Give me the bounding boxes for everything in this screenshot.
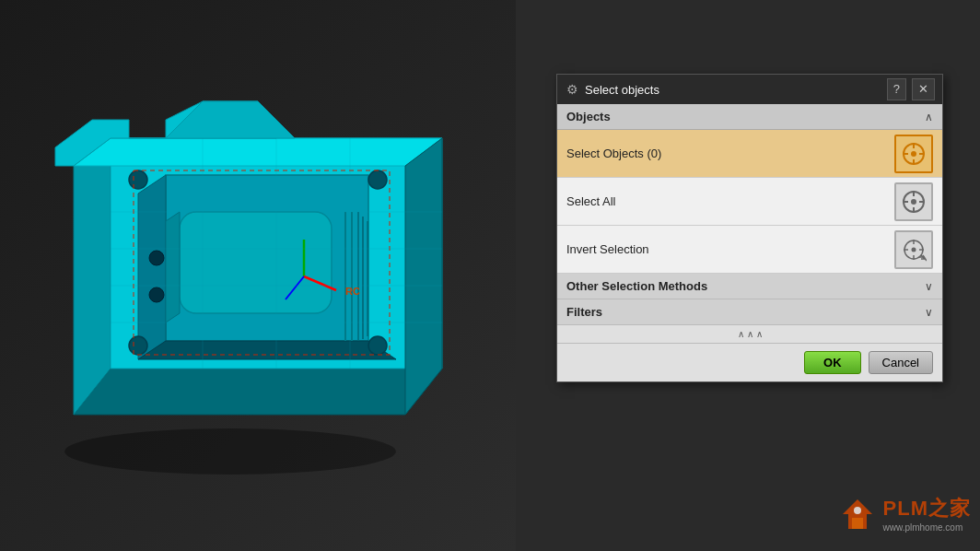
dialog-title: Select objects [585, 83, 881, 97]
svg-marker-4 [74, 138, 442, 166]
invert-selection-row[interactable]: Invert Selection [557, 226, 942, 274]
objects-chevron-icon: ∧ [925, 111, 933, 123]
svg-point-47 [911, 199, 916, 205]
svg-rect-58 [854, 507, 861, 514]
invert-selection-icon-btn[interactable] [894, 230, 933, 269]
cad-model-svg: RC [18, 28, 497, 507]
svg-marker-12 [166, 212, 180, 322]
svg-point-26 [129, 336, 147, 355]
watermark-brand: PLM之家 [883, 495, 971, 522]
svg-marker-7 [166, 101, 295, 138]
svg-point-41 [911, 151, 916, 157]
svg-marker-5 [405, 138, 442, 415]
filters-label: Filters [566, 305, 602, 319]
filters-section[interactable]: Filters ∨ [557, 299, 942, 325]
plm-logo-icon [839, 496, 876, 533]
svg-point-25 [368, 170, 387, 189]
expand-arrows[interactable]: ∧ ∧ ∧ [557, 325, 942, 344]
svg-point-24 [129, 170, 147, 189]
dialog-titlebar: ⚙ Select objects ? ✕ [557, 75, 942, 104]
viewport: RC [0, 0, 516, 551]
dialog-footer: OK Cancel [557, 344, 942, 381]
expand-arrow-1: ∧ [738, 329, 744, 339]
svg-point-27 [368, 336, 387, 355]
select-objects-label: Select Objects (0) [566, 147, 661, 160]
expand-arrow-2: ∧ [747, 329, 753, 339]
watermark-text: PLM之家 www.plmhome.com [883, 495, 971, 533]
select-all-row[interactable]: Select All [557, 178, 942, 226]
svg-point-0 [64, 428, 396, 475]
select-all-label: Select All [566, 194, 615, 208]
close-button[interactable]: ✕ [912, 78, 935, 100]
invert-selection-label: Invert Selection [566, 242, 649, 256]
svg-marker-2 [74, 138, 111, 415]
crosshair-all-icon [901, 189, 927, 215]
svg-marker-1 [74, 369, 442, 415]
other-selection-methods-section[interactable]: Other Selection Methods ∨ [557, 274, 942, 299]
crosshair-invert-icon [901, 237, 927, 263]
objects-section-label: Objects [566, 110, 611, 123]
other-selection-chevron-icon: ∨ [925, 280, 933, 293]
watermark: PLM之家 www.plmhome.com [839, 495, 971, 533]
other-selection-methods-label: Other Selection Methods [566, 279, 707, 293]
gear-icon: ⚙ [565, 82, 579, 97]
select-objects-icon-btn[interactable] [894, 135, 933, 173]
objects-section-header[interactable]: Objects ∧ [557, 104, 942, 130]
watermark-url: www.plmhome.com [883, 522, 971, 533]
svg-marker-57 [852, 518, 863, 529]
select-all-icon-btn[interactable] [894, 182, 933, 221]
filters-chevron-icon: ∨ [925, 306, 933, 319]
svg-point-14 [149, 287, 164, 302]
svg-marker-10 [138, 341, 396, 359]
help-button[interactable]: ? [887, 78, 906, 100]
svg-text:RC: RC [345, 286, 360, 297]
svg-marker-9 [138, 175, 166, 359]
select-objects-row[interactable]: Select Objects (0) [557, 130, 942, 178]
cancel-button[interactable]: Cancel [869, 351, 933, 374]
select-objects-dialog: ⚙ Select objects ? ✕ Objects ∧ Select Ob… [556, 74, 943, 382]
crosshair-active-icon [901, 141, 927, 167]
expand-arrow-3: ∧ [756, 329, 763, 339]
svg-point-13 [149, 251, 164, 265]
ok-button[interactable]: OK [804, 351, 861, 374]
svg-point-53 [912, 247, 916, 252]
